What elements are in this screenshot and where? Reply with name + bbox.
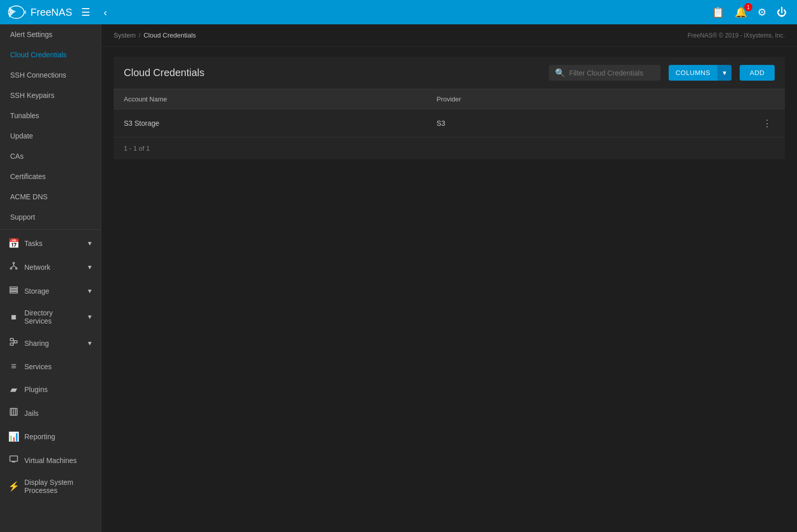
logo-icon [6, 4, 26, 21]
topbar-left: FreeNAS ☰ ‹ [6, 4, 111, 21]
sharing-icon [8, 337, 19, 349]
svg-rect-9 [10, 289, 18, 291]
virtual-machines-icon [8, 454, 19, 466]
sidebar-label-virtual-machines: Virtual Machines [24, 456, 77, 465]
sidebar-label-cloud-credentials: Cloud Credentials [10, 51, 66, 59]
sidebar-item-jails[interactable]: Jails [0, 401, 101, 425]
power-button[interactable]: ⏻ [773, 5, 791, 20]
sidebar-label-cas: CAs [10, 152, 23, 160]
svg-rect-13 [14, 341, 17, 343]
sidebar-label-certificates: Certificates [10, 172, 46, 181]
sidebar: Alert Settings Cloud Credentials SSH Con… [0, 24, 101, 532]
row-kebab-menu[interactable]: ⋮ [759, 117, 775, 130]
svg-rect-10 [10, 292, 18, 293]
sidebar-label-sharing: Sharing [24, 339, 49, 347]
sidebar-label-support: Support [10, 213, 35, 221]
content-area: Cloud Credentials 🔍 COLUMNS ▼ ADD Accoun… [101, 47, 797, 532]
copyright: FreeNAS® © 2019 - iXsystems, Inc. [687, 32, 785, 39]
cloud-credentials-card: Cloud Credentials 🔍 COLUMNS ▼ ADD Accoun… [114, 57, 785, 159]
sidebar-item-services[interactable]: ≡ Services [0, 355, 101, 378]
sidebar-item-alert-settings[interactable]: Alert Settings [0, 24, 101, 45]
sidebar-item-storage[interactable]: Storage ▼ [0, 279, 101, 303]
svg-rect-8 [10, 287, 18, 289]
sidebar-item-network[interactable]: Network ▼ [0, 255, 101, 279]
columns-dropdown-button[interactable]: ▼ [717, 65, 732, 81]
network-icon [8, 261, 19, 273]
services-icon: ≡ [8, 361, 19, 372]
svg-rect-12 [10, 343, 13, 345]
search-input[interactable] [569, 69, 650, 77]
add-button[interactable]: ADD [740, 65, 775, 81]
directory-services-expand-icon: ▼ [87, 313, 93, 321]
logo: FreeNAS [6, 4, 72, 21]
sidebar-item-certificates[interactable]: Certificates [0, 166, 101, 187]
sidebar-item-update[interactable]: Update [0, 126, 101, 146]
svg-line-14 [13, 340, 14, 342]
sidebar-label-plugins: Plugins [24, 385, 48, 394]
cell-provider: S3 [437, 119, 750, 127]
sidebar-item-tunables[interactable]: Tunables [0, 105, 101, 126]
columns-button-group: COLUMNS ▼ [669, 65, 732, 81]
display-system-processes-icon: ⚡ [8, 481, 19, 492]
sidebar-item-sharing[interactable]: Sharing ▼ [0, 331, 101, 355]
main-content: System / Cloud Credentials FreeNAS® © 20… [101, 24, 797, 532]
sidebar-item-virtual-machines[interactable]: Virtual Machines [0, 448, 101, 472]
tasks-icon[interactable]: 📋 [708, 4, 729, 20]
topbar: FreeNAS ☰ ‹ 📋 🔔 1 ⚙ ⏻ [0, 0, 797, 24]
svg-rect-11 [10, 338, 13, 341]
storage-expand-icon: ▼ [87, 288, 93, 295]
notifications-wrapper: 🔔 1 [731, 4, 751, 20]
breadcrumb: System / Cloud Credentials FreeNAS® © 20… [101, 24, 797, 47]
plugins-icon: ▰ [8, 384, 19, 395]
svg-line-15 [13, 342, 14, 344]
sidebar-label-update: Update [10, 132, 33, 140]
search-icon: 🔍 [555, 68, 565, 78]
app-name: FreeNAS [30, 7, 72, 18]
settings-button[interactable]: ⚙ [753, 4, 771, 20]
sidebar-label-network: Network [24, 263, 50, 271]
svg-point-1 [18, 10, 20, 12]
sidebar-label-reporting: Reporting [24, 433, 55, 441]
sidebar-item-display-system-processes[interactable]: ⚡ Display System Processes [0, 472, 101, 501]
table-row[interactable]: S3 Storage S3 ⋮ [114, 109, 785, 137]
sidebar-item-reporting[interactable]: 📊 Reporting [0, 425, 101, 448]
tasks-icon: 📅 [8, 238, 19, 249]
column-account-name: Account Name [124, 95, 437, 103]
divider-1 [0, 229, 101, 230]
sharing-expand-icon: ▼ [87, 340, 93, 347]
sidebar-label-tunables: Tunables [10, 112, 39, 120]
sidebar-item-cas[interactable]: CAs [0, 146, 101, 166]
reporting-icon: 📊 [8, 431, 19, 442]
sidebar-label-storage: Storage [24, 287, 49, 295]
sidebar-item-acme-dns[interactable]: ACME DNS [0, 187, 101, 207]
search-box: 🔍 [549, 65, 661, 81]
notification-badge: 1 [744, 3, 752, 11]
sidebar-item-directory-services[interactable]: ■ Directory Services ▼ [0, 303, 101, 331]
cell-account-name: S3 Storage [124, 119, 437, 127]
breadcrumb-separator: / [138, 31, 141, 39]
breadcrumb-system[interactable]: System [114, 31, 135, 39]
sidebar-item-tasks[interactable]: 📅 Tasks ▼ [0, 232, 101, 255]
sidebar-label-ssh-keypairs: SSH Keypairs [10, 91, 54, 99]
card-header: Cloud Credentials 🔍 COLUMNS ▼ ADD [114, 57, 785, 89]
sidebar-item-support[interactable]: Support [0, 207, 101, 227]
svg-point-2 [13, 262, 15, 264]
sidebar-item-ssh-connections[interactable]: SSH Connections [0, 65, 101, 85]
menu-button[interactable]: ☰ [77, 4, 94, 20]
svg-line-6 [11, 266, 14, 268]
sidebar-item-cloud-credentials[interactable]: Cloud Credentials [0, 45, 101, 65]
card-title: Cloud Credentials [124, 67, 541, 79]
back-button[interactable]: ‹ [99, 5, 111, 20]
sidebar-item-plugins[interactable]: ▰ Plugins [0, 378, 101, 401]
layout: Alert Settings Cloud Credentials SSH Con… [0, 24, 797, 532]
sidebar-label-services: Services [24, 363, 52, 371]
sidebar-label-jails: Jails [24, 409, 39, 417]
sidebar-item-ssh-keypairs[interactable]: SSH Keypairs [0, 85, 101, 105]
table-header: Account Name Provider [114, 89, 785, 109]
columns-button[interactable]: COLUMNS [669, 65, 718, 81]
svg-point-3 [10, 268, 12, 269]
sidebar-label-tasks: Tasks [24, 239, 43, 247]
storage-icon [8, 285, 19, 297]
svg-line-7 [14, 266, 16, 268]
tasks-expand-icon: ▼ [87, 240, 93, 247]
